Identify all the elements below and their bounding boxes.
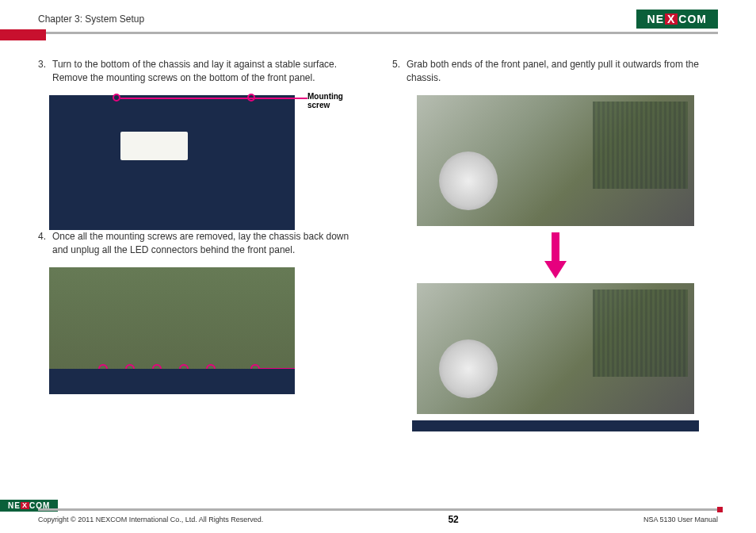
arrow-down-icon <box>544 261 567 278</box>
header-rule <box>38 32 718 34</box>
step-4-text: Once all the mounting screws are removed… <box>52 230 364 258</box>
step-3-text: Turn to the bottom of the chassis and la… <box>52 58 364 86</box>
step-5: 5. Grab both ends of the front panel, an… <box>392 58 718 86</box>
led-connector-marker <box>152 364 162 374</box>
header-accent-block <box>0 29 46 40</box>
page-footer: NEXCOM Copyright © 2011 NEXCOM Internati… <box>0 508 756 525</box>
chapter-title: Chapter 3: System Setup <box>38 13 144 25</box>
led-connector-marker <box>125 364 135 374</box>
footer-rule <box>38 508 718 511</box>
step-4-number: 4. <box>38 230 46 258</box>
document-title: NSA 5130 User Manual <box>643 516 718 523</box>
step-4: 4. Once all the mounting screws are remo… <box>38 230 364 258</box>
page-number: 52 <box>448 514 458 525</box>
callout-leader-line <box>120 98 307 99</box>
hard-drive-icon <box>439 151 498 210</box>
motherboard-icon <box>593 102 688 189</box>
step-5-text: Grab both ends of the front panel, and g… <box>407 58 718 86</box>
led-connector-marker <box>250 364 260 374</box>
brand-logo-top: NEXCOM <box>636 10 718 29</box>
left-column: 3. Turn to the bottom of the chassis and… <box>38 58 364 420</box>
mounting-screw-marker <box>113 94 120 102</box>
brand-x-icon: X <box>665 13 678 25</box>
figure-led-connectors: LED connector <box>49 267 295 394</box>
brand-left: NE <box>8 501 21 510</box>
figure-chassis-bottom: Mounting screw <box>49 95 295 230</box>
hard-drive-icon <box>439 339 498 398</box>
brand-left: NE <box>647 13 664 25</box>
brand-x-icon: X <box>21 502 29 509</box>
detached-front-panel <box>412 420 699 431</box>
led-connector-marker <box>206 364 216 374</box>
led-connector-marker <box>179 364 189 374</box>
led-connector-marker <box>98 364 108 374</box>
figure-chassis-open-before <box>417 95 694 226</box>
mounting-screw-callout: Mounting screw <box>307 92 355 109</box>
motherboard-icon <box>593 290 688 377</box>
figure-chassis-open-after <box>417 283 694 414</box>
right-column: 5. Grab both ends of the front panel, an… <box>392 58 718 420</box>
step-3-number: 3. <box>38 58 46 86</box>
arrow-stem <box>552 232 559 264</box>
brand-right: COM <box>678 13 707 25</box>
callout-leader-line <box>260 368 295 370</box>
step-5-number: 5. <box>392 58 400 86</box>
product-label-sticker <box>120 132 188 160</box>
copyright-text: Copyright © 2011 NEXCOM International Co… <box>38 516 263 523</box>
step-3: 3. Turn to the bottom of the chassis and… <box>38 58 364 86</box>
